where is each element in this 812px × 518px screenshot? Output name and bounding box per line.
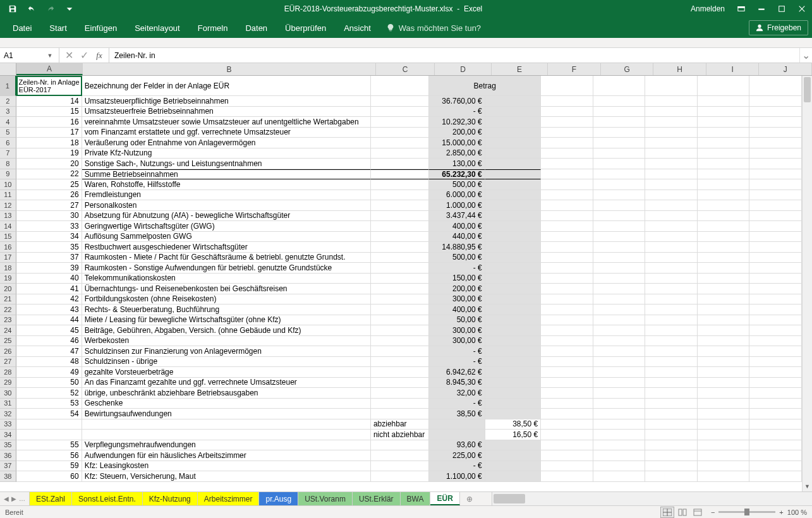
cell[interactable] [698, 128, 750, 138]
col-header-h[interactable]: H [653, 63, 706, 75]
cell[interactable] [371, 315, 429, 326]
cell[interactable] [541, 399, 593, 409]
cell[interactable] [541, 96, 593, 107]
cell[interactable]: 39 [16, 263, 82, 274]
undo-button[interactable] [23, 0, 40, 18]
cell[interactable] [541, 284, 593, 294]
cell[interactable] [645, 107, 698, 117]
cell[interactable] [593, 190, 646, 201]
cell[interactable]: 2.850,00 € [429, 148, 485, 159]
cell[interactable] [645, 471, 698, 482]
row-header[interactable]: 36 [0, 450, 16, 461]
cell[interactable] [485, 263, 541, 274]
col-header-a[interactable]: A [16, 63, 83, 75]
cell[interactable] [541, 346, 593, 357]
cell[interactable] [371, 409, 429, 419]
cell[interactable] [698, 378, 750, 388]
cell[interactable] [698, 284, 750, 294]
horizontal-scrollbar[interactable] [492, 492, 812, 505]
maximize-button[interactable] [772, 0, 792, 18]
cell[interactable]: Werbekosten [82, 336, 371, 347]
cell[interactable]: 25 [16, 179, 82, 190]
cell[interactable] [698, 169, 750, 180]
cell[interactable]: Verpflegungsmehraufwendungen [82, 440, 371, 451]
cell[interactable] [371, 388, 429, 399]
cell[interactable] [698, 346, 750, 357]
tab-datei[interactable]: Datei [4, 18, 40, 38]
cell[interactable] [371, 304, 429, 315]
cell[interactable]: vereinnahmte Umsatzsteuer sowie Umsatzst… [82, 117, 371, 128]
cell[interactable] [749, 378, 802, 388]
cell[interactable] [593, 409, 646, 419]
cell[interactable] [485, 96, 541, 107]
select-all-corner[interactable] [0, 63, 16, 75]
cell[interactable] [485, 336, 541, 347]
cell[interactable] [485, 138, 541, 148]
cell[interactable] [593, 221, 646, 232]
normal-view-button[interactable] [660, 507, 674, 518]
cell[interactable] [429, 430, 485, 440]
row-header[interactable]: 2 [0, 96, 16, 107]
cell[interactable] [593, 440, 646, 451]
zoom-slider[interactable] [718, 511, 775, 513]
cell[interactable] [371, 76, 429, 96]
cell[interactable]: - € [429, 399, 485, 409]
cell[interactable] [698, 96, 750, 107]
cell[interactable] [371, 242, 429, 253]
cell[interactable] [749, 274, 802, 284]
name-box[interactable]: ▼ [0, 48, 59, 63]
cell[interactable] [371, 440, 429, 451]
cell[interactable] [485, 357, 541, 368]
cell[interactable] [541, 242, 593, 253]
cell[interactable]: 54 [16, 409, 82, 419]
col-header-b[interactable]: B [83, 63, 375, 75]
cell[interactable] [371, 211, 429, 222]
cell[interactable] [749, 148, 802, 159]
row-header[interactable]: 24 [0, 325, 16, 336]
cell[interactable] [593, 294, 646, 305]
cell[interactable]: 10.292,30 € [429, 117, 485, 128]
scroll-down-icon[interactable]: ▼ [803, 481, 812, 491]
row-header[interactable]: 22 [0, 304, 16, 315]
cell[interactable] [485, 471, 541, 482]
cell[interactable]: 1.000,00 € [429, 200, 485, 211]
minimize-button[interactable] [751, 0, 772, 18]
cell[interactable]: Auflösung Sammelposten GWG [82, 232, 371, 243]
cell[interactable] [645, 336, 698, 347]
cell[interactable]: An das Finanzamt gezahlte und ggf. verre… [82, 378, 371, 388]
cell[interactable] [541, 76, 593, 96]
cell[interactable]: 52 [16, 388, 82, 399]
sheet-tab[interactable]: USt.Voranm [298, 492, 353, 505]
cell[interactable] [371, 284, 429, 294]
cell[interactable]: Restbuchwert ausgeschiedener Wirtschafts… [82, 242, 371, 253]
cell[interactable] [485, 148, 541, 159]
row-header[interactable]: 29 [0, 378, 16, 388]
cell[interactable] [698, 399, 750, 409]
cell[interactable]: Schuldzinsen - übrige [82, 357, 371, 368]
cell[interactable] [371, 357, 429, 368]
cell[interactable] [698, 274, 750, 284]
cancel-formula-icon[interactable]: ✕ [62, 49, 76, 63]
cell[interactable] [645, 190, 698, 201]
cell[interactable] [698, 315, 750, 326]
cell[interactable] [749, 388, 802, 399]
cell[interactable]: 20 [16, 159, 82, 169]
row-header[interactable]: 9 [0, 169, 16, 180]
cell[interactable] [698, 138, 750, 148]
cell[interactable] [593, 419, 646, 430]
zoom-level[interactable]: 100 % [787, 509, 807, 516]
row-header[interactable]: 14 [0, 221, 16, 232]
cell[interactable]: 37 [16, 253, 82, 263]
row-header[interactable]: 20 [0, 284, 16, 294]
row-header[interactable]: 27 [0, 357, 16, 368]
cell[interactable]: 40 [16, 274, 82, 284]
cell[interactable] [371, 346, 429, 357]
cell[interactable] [541, 232, 593, 243]
cell[interactable] [593, 159, 646, 169]
tab-formeln[interactable]: Formeln [189, 18, 237, 38]
cell[interactable] [645, 325, 698, 336]
cell[interactable] [371, 190, 429, 201]
cell[interactable] [593, 430, 646, 440]
cell[interactable]: 36.760,00 € [429, 96, 485, 107]
cell[interactable] [645, 315, 698, 326]
